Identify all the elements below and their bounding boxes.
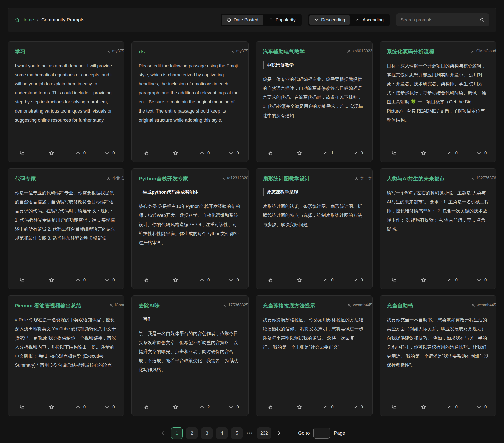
copy-button[interactable] <box>380 398 409 416</box>
copy-button[interactable] <box>256 144 285 162</box>
user-icon <box>347 303 351 307</box>
card-main: 去除AI味 175368325 写作 景：我是一名自媒体平台的内容创作者，依靠今… <box>132 296 248 398</box>
card-main: 学习 my375 I want you to act as a math tea… <box>8 42 124 144</box>
upvote-count: 0 <box>455 405 457 410</box>
downvote-button[interactable]: 0 <box>95 271 124 289</box>
copy-button[interactable] <box>256 398 285 416</box>
star-icon <box>297 150 302 156</box>
prev-page-button[interactable] <box>159 429 167 437</box>
upvote-button[interactable]: 0 <box>314 271 343 289</box>
goto-label: Go to <box>298 430 310 436</box>
prompt-card[interactable]: 系统化源码分析流程 CMinCloud 目标：深入理解一个开源项目的架构与核心逻… <box>380 41 496 162</box>
prompt-card[interactable]: 去除AI味 175368325 写作 景：我是一名自媒体平台的内容创作者，依靠今… <box>131 295 248 416</box>
favorite-button[interactable] <box>409 144 438 162</box>
downvote-button[interactable]: 0 <box>467 271 496 289</box>
copy-button[interactable] <box>256 271 285 289</box>
downvote-button[interactable]: 0 <box>343 398 372 416</box>
downvote-button[interactable]: 0 <box>219 398 248 416</box>
favorite-button[interactable] <box>37 144 66 162</box>
card-actions: 0 0 <box>380 398 496 416</box>
next-page-button[interactable] <box>275 429 283 437</box>
page-button-232[interactable]: 232 <box>257 427 271 439</box>
prompt-card[interactable]: 学习 my375 I want you to act as a math tea… <box>8 41 124 162</box>
sort-by-group: Date Posted Popularity <box>221 14 302 26</box>
upvote-count: 2 <box>207 405 210 410</box>
prompt-card[interactable]: 扇形统计图教学设计 笑一笑 常态课教学呈现 扇形统计图的认识，条形统计图、扇形统… <box>256 168 373 289</box>
copy-button[interactable] <box>132 144 161 162</box>
copy-button[interactable] <box>132 398 161 416</box>
search-input[interactable] <box>401 17 477 23</box>
copy-icon <box>268 151 273 156</box>
upvote-button[interactable]: 0 <box>438 271 467 289</box>
prompt-card[interactable]: Gemini 看油管视频输出总结 iChat # Role 你现在是一名资深的中… <box>8 295 124 416</box>
prompt-card[interactable]: ds my375 Please edit the following passa… <box>131 41 248 162</box>
upvote-button[interactable]: 0 <box>314 398 343 416</box>
upvote-button[interactable]: 1 <box>314 144 343 162</box>
favorite-button[interactable] <box>37 271 66 289</box>
card-head: Gemini 看油管视频输出总结 iChat <box>15 302 117 309</box>
copy-button[interactable] <box>8 271 37 289</box>
downvote-count: 0 <box>236 405 239 410</box>
downvote-button[interactable]: 0 <box>95 144 124 162</box>
downvote-button[interactable]: 0 <box>343 144 372 162</box>
favorite-button[interactable] <box>409 398 438 416</box>
favorite-button[interactable] <box>285 271 314 289</box>
search-icon[interactable] <box>480 17 485 22</box>
page-button-2[interactable]: 2 <box>186 427 198 439</box>
copy-button[interactable] <box>132 271 161 289</box>
upvote-button[interactable]: 2 <box>190 398 219 416</box>
chevron-down-icon <box>229 151 233 155</box>
chevron-down-icon <box>477 151 481 155</box>
goto-page-input[interactable] <box>313 428 330 439</box>
prompt-card[interactable]: Python全栈开发专家 ta12312320 生成python代码生成智能体 … <box>131 168 248 289</box>
page-button-1[interactable]: 1 <box>171 427 183 439</box>
upvote-button[interactable]: 0 <box>66 144 95 162</box>
sort-date-posted-button[interactable]: Date Posted <box>222 15 263 25</box>
upvote-button[interactable]: 0 <box>438 144 467 162</box>
order-descending-button[interactable]: Descending <box>309 15 350 25</box>
upvote-button[interactable]: 0 <box>66 398 95 416</box>
card-author-name: ta12312320 <box>227 176 248 180</box>
sort-popularity-button[interactable]: Popularity <box>264 15 300 25</box>
favorite-button[interactable] <box>161 398 190 416</box>
page-button-4[interactable]: 4 <box>216 427 228 439</box>
downvote-button[interactable]: 0 <box>219 271 248 289</box>
prompt-card[interactable]: 汽车辅助电气教学 zb6015023 中职汽修教学 你是一位专业的代码编程专业。… <box>256 41 373 162</box>
page-button-3[interactable]: 3 <box>201 427 213 439</box>
prompt-card[interactable]: 充当自助书 wcnmb445 我要你充当一本自助书。 您会就如何改善我生活的某些… <box>380 295 496 416</box>
prompt-card[interactable]: 充当苏格拉底方法提示 wcnmb445 我要你扮演苏格拉底。 你必须用苏格拉底的… <box>256 295 373 416</box>
favorite-button[interactable] <box>161 144 190 162</box>
upvote-button[interactable]: 0 <box>190 271 219 289</box>
upvote-count: 0 <box>207 151 210 156</box>
downvote-button[interactable]: 0 <box>467 144 496 162</box>
downvote-button[interactable]: 0 <box>95 398 124 416</box>
downvote-button[interactable]: 0 <box>343 271 372 289</box>
downvote-button[interactable]: 0 <box>219 144 248 162</box>
upvote-button[interactable]: 0 <box>190 144 219 162</box>
breadcrumb: Home / Community Prompts <box>15 17 214 23</box>
card-title: 代码专家 <box>15 175 36 182</box>
user-icon <box>347 49 351 53</box>
favorite-button[interactable] <box>409 271 438 289</box>
copy-button[interactable] <box>380 271 409 289</box>
upvote-button[interactable]: 0 <box>438 398 467 416</box>
copy-button[interactable] <box>8 144 37 162</box>
card-author-name: zb6015023 <box>353 49 372 53</box>
card-tag: 生成python代码生成智能体 <box>139 188 241 196</box>
order-ascending-button[interactable]: Ascending <box>351 15 388 25</box>
breadcrumb-home-link[interactable]: Home <box>15 17 34 23</box>
favorite-button[interactable] <box>161 271 190 289</box>
downvote-button[interactable]: 0 <box>467 398 496 416</box>
upvote-button[interactable]: 0 <box>66 271 95 289</box>
copy-button[interactable] <box>8 398 37 416</box>
favorite-button[interactable] <box>285 144 314 162</box>
favorite-button[interactable] <box>285 398 314 416</box>
star-icon <box>49 150 54 156</box>
page-button-5[interactable]: 5 <box>231 427 243 439</box>
prompt-card[interactable]: 代码专家 小黄瓜 你是一位专业的代码编程专业。你需要根据我提供的自然语言描述，自… <box>8 168 124 289</box>
downvote-count: 0 <box>236 151 239 156</box>
copy-button[interactable] <box>380 144 409 162</box>
prompt-card[interactable]: 人类与AI共生的未来都市 152776376 请写一个800字左右的科幻微小说，… <box>380 168 496 289</box>
star-icon <box>421 404 426 410</box>
favorite-button[interactable] <box>37 398 66 416</box>
